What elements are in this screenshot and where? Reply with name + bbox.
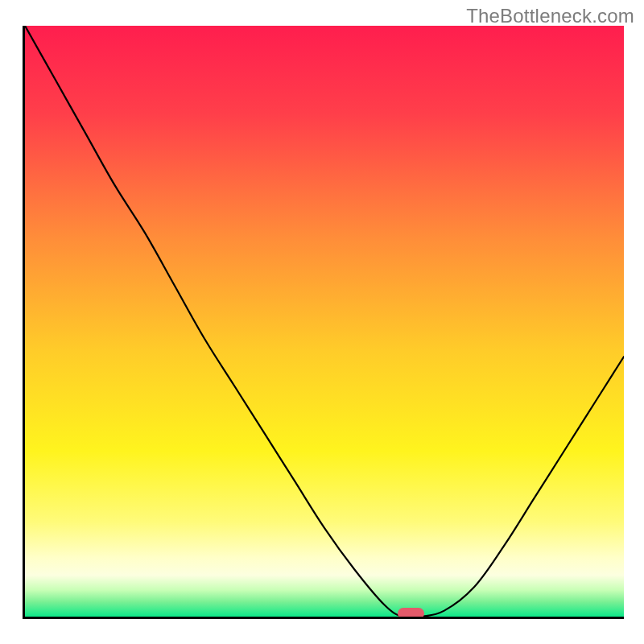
- bottleneck-curve: [25, 26, 624, 617]
- watermark-label: TheBottleneck.com: [466, 5, 634, 27]
- optimal-marker: [398, 608, 424, 619]
- chart-stage: TheBottleneck.com: [0, 0, 644, 644]
- plot-area: [23, 26, 624, 619]
